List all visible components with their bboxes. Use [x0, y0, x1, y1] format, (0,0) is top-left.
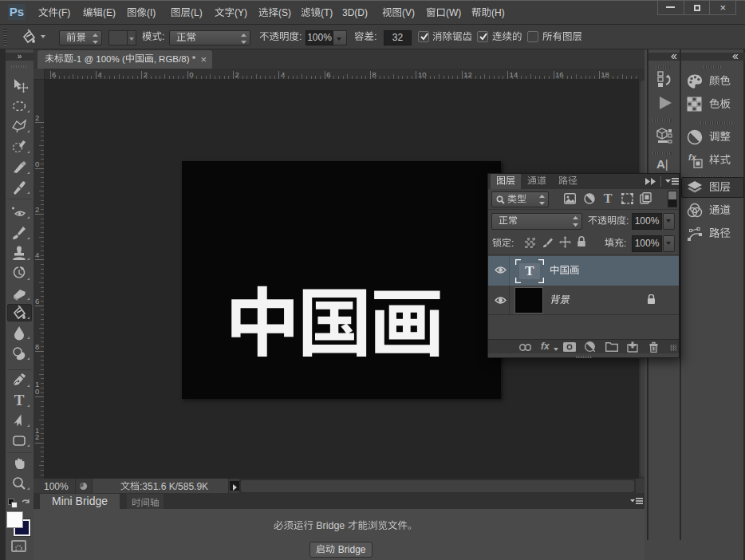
svg-text:T: T	[14, 392, 25, 408]
svg-text:fx: fx	[688, 152, 697, 162]
